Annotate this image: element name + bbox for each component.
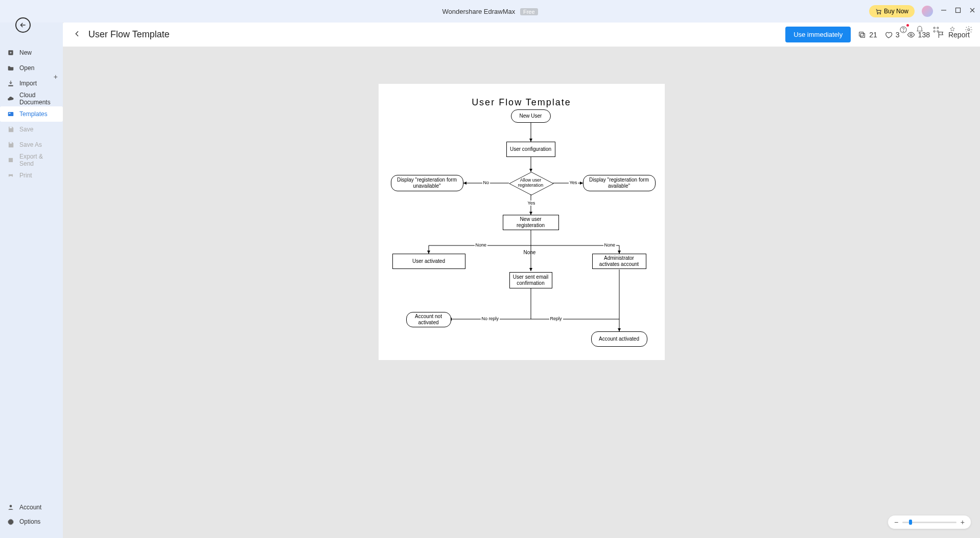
sidebar-item-options[interactable]: Options [0,514,63,529]
content-header: User Flow Template Use immediately 21 3 … [63,23,980,47]
gear-icon [7,518,14,525]
sidebar-item-label: Account [19,504,41,511]
sidebar-item-label: Export & Send [19,153,56,167]
back-chevron[interactable] [73,30,81,40]
svg-point-25 [910,34,912,36]
zoom-in-button[interactable]: + [961,518,965,526]
label-none-mid: None [524,250,536,255]
node-admin-activates[interactable]: Administrator activates account [592,254,646,269]
help-icon[interactable] [899,26,907,34]
sidebar-item-print[interactable]: Print [0,168,63,183]
copy-icon [858,31,866,39]
close-button[interactable] [969,7,976,16]
node-user-sent-email[interactable]: User sent email confirmation [509,272,552,288]
edge-label-yes-down: Yes [527,200,536,206]
maximize-button[interactable] [954,7,962,16]
export-icon [7,156,14,164]
toolbar-icons [899,26,973,34]
sidebar-item-label: Templates [19,110,48,118]
sidebar-item-label: Save [19,126,33,133]
node-display-avail[interactable]: Display "registeration form available" [583,175,656,191]
zoom-slider[interactable] [902,522,956,523]
sidebar-item-label: Cloud Documents [19,92,56,106]
sidebar-item-label: New [19,49,32,56]
svg-point-9 [937,27,939,29]
sidebar-item-label: Save As [19,141,42,148]
sidebar: New + Open Import Cloud Documents Templa… [0,23,63,538]
bell-icon[interactable] [916,26,924,34]
import-icon [7,80,14,87]
content: User Flow Template Use immediately 21 3 … [63,23,980,538]
edition-badge: Free [520,8,538,15]
sidebar-item-cloud[interactable]: Cloud Documents [0,91,63,106]
svg-rect-15 [9,113,11,114]
svg-point-12 [968,29,970,31]
node-new-user[interactable]: New User [511,109,551,123]
sidebar-item-save[interactable]: Save [0,122,63,137]
print-icon [7,172,14,179]
sidebar-item-label: Open [19,64,34,72]
zoom-out-button[interactable]: − [894,518,898,526]
copies-stat[interactable]: 21 [858,31,877,39]
svg-rect-17 [10,142,12,144]
titlebar: Wondershare EdrawMax Free Buy Now [0,0,980,23]
avatar[interactable] [922,6,933,17]
svg-point-7 [903,31,903,32]
svg-point-0 [877,13,878,14]
minimize-button[interactable] [940,7,947,16]
edge-label-no-reply: No reply [481,316,500,321]
node-decision-label: Allow user registeration [509,178,553,188]
likes-stat[interactable]: 3 [884,31,900,39]
node-acct-not-activated[interactable]: Account not activated [406,312,451,327]
diagram-title: User Flow Template [379,97,665,108]
svg-rect-16 [10,127,12,128]
sidebar-item-saveas[interactable]: Save As [0,137,63,152]
app: New + Open Import Cloud Documents Templa… [0,23,980,538]
svg-point-11 [937,31,939,32]
folder-icon [7,64,14,72]
node-decision[interactable]: Allow user registeration [509,172,553,194]
canvas[interactable]: User Flow Template [379,84,665,360]
copies-count: 21 [869,31,877,39]
save-icon [7,126,14,133]
settings-icon[interactable] [965,26,973,34]
sidebar-item-label: Import [19,80,37,87]
node-user-activated[interactable]: User activated [392,254,465,269]
saveas-icon [7,141,14,148]
svg-point-8 [934,27,935,29]
edge-label-none-l: None [475,242,488,248]
svg-point-21 [10,505,12,507]
canvas-area[interactable]: User Flow Template [63,47,980,538]
back-button[interactable] [15,17,31,33]
svg-point-10 [934,31,935,32]
sidebar-item-new[interactable]: New [0,45,63,60]
user-icon [7,504,14,511]
cart-icon [875,8,882,15]
node-new-user-reg[interactable]: New user registeration [503,215,559,230]
sidebar-item-templates[interactable]: Templates [0,106,63,122]
svg-rect-24 [859,32,864,36]
sidebar-item-account[interactable]: Account [0,500,63,514]
node-user-config[interactable]: User configuration [506,142,555,157]
edge-label-reply: Reply [549,316,563,321]
pin-icon[interactable] [948,26,956,34]
templates-icon [7,110,14,118]
sidebar-item-label: Print [19,172,32,179]
node-display-unavail[interactable]: Display "registeration form unavailable" [391,175,463,191]
buy-now-label: Buy Now [884,8,908,15]
zoom-control[interactable]: − + [888,515,971,529]
grid-icon[interactable] [932,26,940,34]
plus-square-icon [7,49,14,56]
svg-point-1 [880,13,881,14]
new-plus-icon[interactable]: + [54,73,58,81]
buy-now-button[interactable]: Buy Now [869,5,915,17]
sidebar-item-export[interactable]: Export & Send [0,152,63,168]
cloud-icon [7,95,14,102]
node-acct-activated[interactable]: Account activated [591,331,647,347]
page-title: User Flow Template [88,29,170,40]
sidebar-item-label: Options [19,518,40,525]
svg-rect-14 [8,112,14,116]
use-immediately-button[interactable]: Use immediately [785,27,851,42]
svg-rect-20 [10,176,12,178]
heart-icon [884,31,893,39]
